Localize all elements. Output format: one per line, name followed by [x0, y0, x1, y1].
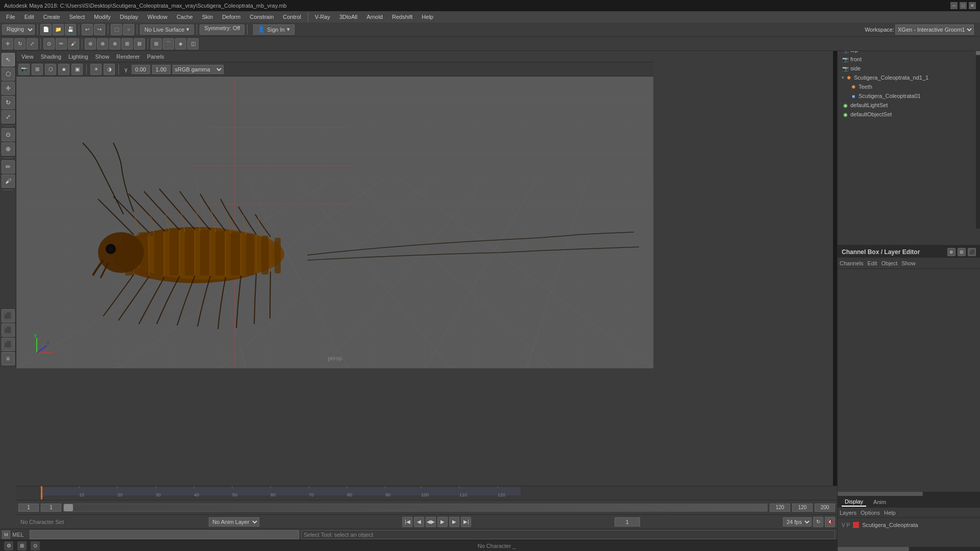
- anim-layer-dropdown[interactable]: No Anim Layer: [209, 517, 259, 527]
- outliner-item-lightset[interactable]: ◉ defaultLightSet: [838, 101, 980, 110]
- cb-menu-show[interactable]: Show: [901, 260, 916, 266]
- symmetry-button[interactable]: Symmetry: Off: [200, 24, 244, 35]
- menu-cache[interactable]: Cache: [173, 13, 197, 21]
- range-slider[interactable]: [63, 504, 768, 512]
- current-frame-input[interactable]: [41, 504, 61, 512]
- menu-edit[interactable]: Edit: [20, 13, 38, 21]
- range-end-input[interactable]: [770, 504, 790, 512]
- xgen-tool-1[interactable]: ⊛: [85, 38, 96, 49]
- menu-skin[interactable]: Skin: [198, 13, 217, 21]
- cb-icon-3[interactable]: ⬛: [968, 248, 976, 256]
- color-space-dropdown[interactable]: sRGB gamma: [173, 65, 224, 74]
- play-button[interactable]: ▶: [437, 517, 448, 527]
- cb-menu-edit[interactable]: Edit: [867, 260, 877, 266]
- layer-opt-options[interactable]: Options: [861, 510, 880, 516]
- menu-select[interactable]: Select: [65, 13, 89, 21]
- paint-select-tool[interactable]: ⬡: [2, 67, 15, 81]
- live-surface-button[interactable]: No Live Surface ▾: [140, 24, 194, 35]
- save-scene-button[interactable]: 💾: [65, 24, 76, 35]
- move-tool-btn[interactable]: ✛: [2, 38, 13, 49]
- redo-button[interactable]: ↪: [94, 24, 105, 35]
- soft-select-btn[interactable]: ⊙: [43, 38, 55, 49]
- vp-shadow-btn[interactable]: ◑: [104, 64, 115, 75]
- fps-dropdown[interactable]: 24 fps: [783, 517, 812, 527]
- new-scene-button[interactable]: 📄: [40, 24, 52, 35]
- outliner-scrollbar[interactable]: [976, 35, 980, 229]
- rotate-tool-btn[interactable]: ↻: [14, 38, 26, 49]
- vp-menu-view[interactable]: View: [18, 53, 37, 61]
- paint-tool[interactable]: 🖌: [2, 174, 15, 188]
- xgen-tool-2[interactable]: ⊕: [97, 38, 108, 49]
- sculpt-btn[interactable]: ✏: [56, 38, 67, 49]
- outliner-item-teeth[interactable]: ✱ Teeth: [838, 82, 980, 91]
- vp-solid-btn[interactable]: ■: [58, 64, 69, 75]
- view-cube-bot[interactable]: ⬛: [2, 338, 15, 351]
- lasso-select-button[interactable]: ○: [123, 24, 134, 35]
- menu-modify[interactable]: Modify: [90, 13, 114, 21]
- menu-redshift[interactable]: Redshift: [388, 13, 416, 21]
- maya-icon[interactable]: M: [2, 531, 10, 539]
- vp-menu-lighting[interactable]: Lighting: [65, 53, 91, 61]
- show-manip-tool[interactable]: ⊕: [2, 142, 15, 156]
- menu-constrain[interactable]: Constrain: [246, 13, 278, 21]
- outliner-item-front[interactable]: 📷 front: [838, 55, 980, 64]
- vp-light-btn[interactable]: ☀: [90, 64, 102, 75]
- range-start-input[interactable]: [18, 504, 39, 512]
- current-time-input[interactable]: [615, 517, 640, 527]
- move-tool[interactable]: ✛: [2, 82, 15, 95]
- cb-scroll-thumb-bottom[interactable]: [838, 547, 909, 551]
- layer-opt-help[interactable]: Help: [884, 510, 896, 516]
- play-back-button[interactable]: ◀▶: [426, 517, 436, 527]
- minimize-button[interactable]: ─: [950, 2, 958, 9]
- sign-in-button[interactable]: 👤 Sign In ▾: [253, 24, 294, 35]
- range-end-2-input[interactable]: [792, 504, 813, 512]
- outliner-item-scutigera-group[interactable]: ▾ ✱ Scutigera_Coleoptrata_nd1_1: [838, 73, 980, 82]
- view-cube-list[interactable]: ≡: [2, 352, 15, 365]
- step-back-button[interactable]: ◀: [414, 517, 424, 527]
- menu-vray[interactable]: V-Ray: [311, 13, 334, 21]
- gamma-input-1[interactable]: [132, 65, 150, 74]
- outliner-item-side[interactable]: 📷 side: [838, 64, 980, 73]
- soft-mod-tool[interactable]: ⊙: [2, 128, 15, 141]
- layer-item-scutigera[interactable]: V P Scutigera_Coleoptrata: [842, 520, 976, 530]
- command-input[interactable]: [30, 530, 299, 539]
- scale-tool-btn[interactable]: ⤢: [27, 38, 38, 49]
- snap-curve-btn[interactable]: ⌒: [163, 38, 174, 49]
- workspace-dropdown[interactable]: Rigging: [2, 24, 35, 35]
- step-forward-button[interactable]: ▶: [449, 517, 459, 527]
- xgen-tool-3[interactable]: ⊗: [109, 38, 120, 49]
- select-by-region-button[interactable]: ⬚: [111, 24, 122, 35]
- layer-opt-layers[interactable]: Layers: [840, 510, 856, 516]
- menu-arnold[interactable]: Arnold: [362, 13, 387, 21]
- scale-tool[interactable]: ⤢: [2, 110, 15, 123]
- menu-create[interactable]: Create: [39, 13, 64, 21]
- xgen-tool-4[interactable]: ⊞: [121, 38, 133, 49]
- cb-h-scrollbar[interactable]: [838, 492, 980, 496]
- snap-grid-btn[interactable]: ⊞: [151, 38, 162, 49]
- vp-menu-show[interactable]: Show: [92, 53, 113, 61]
- vp-grid-btn[interactable]: ⊞: [32, 64, 43, 75]
- menu-display[interactable]: Display: [116, 13, 142, 21]
- go-to-start-button[interactable]: |◀: [402, 517, 412, 527]
- cb-icon-2[interactable]: ⊞: [958, 248, 966, 256]
- menu-window[interactable]: Window: [143, 13, 172, 21]
- outliner-item-objectset[interactable]: ◉ defaultObjectSet: [838, 110, 980, 119]
- view-cube-top[interactable]: ⬛: [2, 309, 15, 322]
- loop-button[interactable]: ↻: [813, 517, 823, 527]
- undo-button[interactable]: ↩: [82, 24, 93, 35]
- gamma-input-2[interactable]: [152, 65, 170, 74]
- rotate-tool[interactable]: ↻: [2, 96, 15, 109]
- snap-point-btn[interactable]: ◈: [175, 38, 186, 49]
- menu-deform[interactable]: Deform: [218, 13, 244, 21]
- menu-3dtoall[interactable]: 3DtoAll: [335, 13, 361, 21]
- cb-bottom-scrollbar[interactable]: [838, 547, 980, 551]
- layer-tab-anim[interactable]: Anim: [870, 498, 889, 506]
- vp-wire-btn[interactable]: ⬡: [45, 64, 56, 75]
- layer-tab-display[interactable]: Display: [842, 497, 866, 507]
- range-total-end-input[interactable]: [815, 504, 835, 512]
- sculpt-tool[interactable]: ✏: [2, 160, 15, 173]
- vp-texture-btn[interactable]: ▣: [71, 64, 83, 75]
- select-tool[interactable]: ↖: [2, 53, 15, 66]
- vp-menu-renderer[interactable]: Renderer: [113, 53, 143, 61]
- cb-menu-object[interactable]: Object: [881, 260, 897, 266]
